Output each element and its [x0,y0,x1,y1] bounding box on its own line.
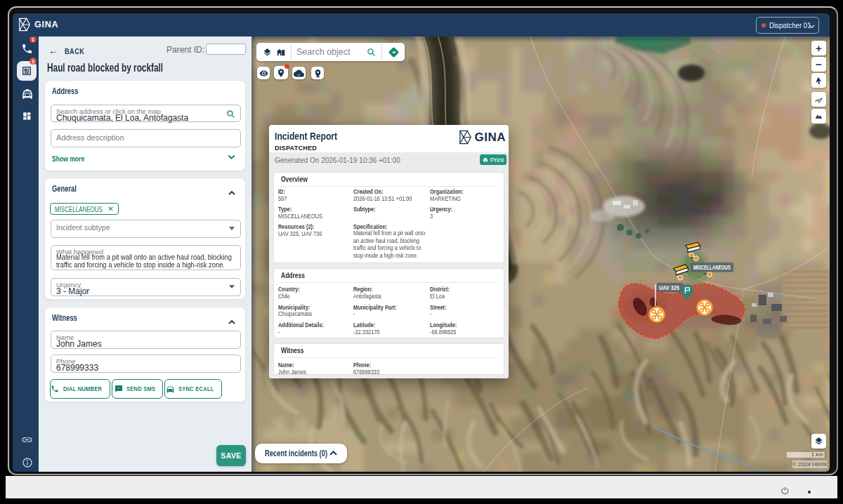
svg-text:UAV 325: UAV 325 [659,284,679,291]
svg-text:MISCELLANEOUS: MISCELLANEOUS [693,264,731,271]
